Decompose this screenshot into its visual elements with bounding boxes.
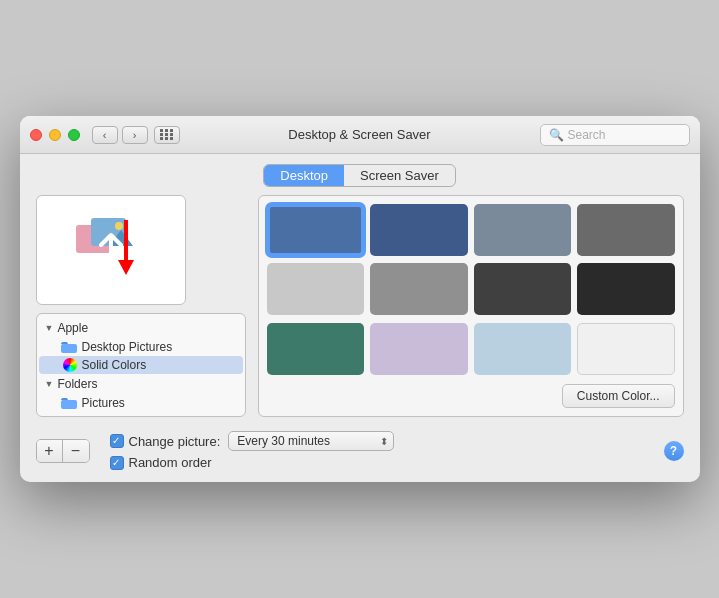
custom-color-button[interactable]: Custom Color... — [562, 384, 675, 408]
color-swatch-3[interactable] — [577, 204, 675, 256]
color-swatch-8[interactable] — [267, 323, 365, 375]
right-panel: Custom Color... — [258, 195, 684, 417]
window-title: Desktop & Screen Saver — [288, 127, 430, 142]
section-folders[interactable]: ▼ Folders — [37, 374, 245, 394]
sidebar-item-solid-colors[interactable]: Solid Colors — [39, 356, 243, 374]
triangle-folders: ▼ — [45, 379, 54, 389]
folder-icon-pictures — [61, 397, 77, 409]
traffic-lights — [30, 129, 80, 141]
minimize-button[interactable] — [49, 129, 61, 141]
color-swatch-2[interactable] — [474, 204, 572, 256]
pictures-label: Pictures — [82, 396, 125, 410]
desktop-pictures-label: Desktop Pictures — [82, 340, 173, 354]
app-grid-button[interactable] — [154, 126, 180, 144]
interval-select-wrap: Every 5 seconds Every 1 minute Every 5 m… — [228, 431, 394, 451]
color-swatch-6[interactable] — [474, 263, 572, 315]
svg-rect-7 — [61, 400, 77, 409]
tab-bar: Desktop Screen Saver — [20, 154, 700, 195]
color-swatch-5[interactable] — [370, 263, 468, 315]
main-panel: ▼ Apple Desktop Pictures — [36, 195, 684, 417]
content-area: ▼ Apple Desktop Pictures — [20, 195, 700, 482]
sidebar-item-pictures[interactable]: Pictures — [37, 394, 245, 412]
color-swatch-11[interactable] — [577, 323, 675, 375]
triangle-apple: ▼ — [45, 323, 54, 333]
left-panel: ▼ Apple Desktop Pictures — [36, 195, 246, 417]
help-button[interactable]: ? — [664, 441, 684, 461]
search-input[interactable] — [568, 128, 681, 142]
section-apple-label: Apple — [57, 321, 88, 335]
maximize-button[interactable] — [68, 129, 80, 141]
svg-marker-5 — [118, 260, 134, 275]
tab-group: Desktop Screen Saver — [263, 164, 455, 187]
search-icon: 🔍 — [549, 128, 564, 142]
bottom-right: Change picture: Every 5 seconds Every 1 … — [90, 431, 664, 470]
svg-rect-6 — [61, 344, 77, 353]
solid-colors-label: Solid Colors — [82, 358, 147, 372]
tab-desktop[interactable]: Desktop — [264, 165, 344, 186]
bottom-bar: + − Change picture: Every 5 seconds Ever… — [36, 427, 684, 470]
sidebar-item-desktop-pictures[interactable]: Desktop Pictures — [37, 338, 245, 356]
svg-point-3 — [115, 222, 123, 230]
tab-screen-saver[interactable]: Screen Saver — [344, 165, 455, 186]
preview-icon — [71, 210, 151, 290]
sidebar-tree: ▼ Apple Desktop Pictures — [36, 313, 246, 417]
forward-button[interactable]: › — [122, 126, 148, 144]
color-swatch-10[interactable] — [474, 323, 572, 375]
add-button[interactable]: + — [37, 440, 63, 462]
color-swatch-1[interactable] — [370, 204, 468, 256]
color-swatch-4[interactable] — [267, 263, 365, 315]
back-button[interactable]: ‹ — [92, 126, 118, 144]
color-wheel-icon — [63, 358, 77, 372]
titlebar: ‹ › Desktop & Screen Saver 🔍 — [20, 116, 700, 154]
random-order-label: Random order — [129, 455, 212, 470]
change-picture-label: Change picture: — [129, 434, 221, 449]
grid-icon — [160, 129, 174, 140]
change-picture-label-wrap: Change picture: — [110, 434, 221, 449]
color-swatch-9[interactable] — [370, 323, 468, 375]
section-folders-label: Folders — [57, 377, 97, 391]
interval-select[interactable]: Every 5 seconds Every 1 minute Every 5 m… — [228, 431, 394, 451]
folder-icon-desktop — [61, 341, 77, 353]
random-order-row: Random order — [110, 455, 664, 470]
close-button[interactable] — [30, 129, 42, 141]
color-grid — [267, 204, 675, 376]
main-window: ‹ › Desktop & Screen Saver 🔍 Desktop Scr… — [20, 116, 700, 482]
section-apple[interactable]: ▼ Apple — [37, 318, 245, 338]
change-picture-checkbox[interactable] — [110, 434, 124, 448]
preview-box — [36, 195, 186, 305]
remove-button[interactable]: − — [63, 440, 89, 462]
color-swatch-0[interactable] — [267, 204, 365, 256]
color-swatch-7[interactable] — [577, 263, 675, 315]
add-remove-buttons: + − — [36, 439, 90, 463]
random-order-label-wrap: Random order — [110, 455, 212, 470]
nav-buttons: ‹ › — [92, 126, 148, 144]
random-order-checkbox[interactable] — [110, 456, 124, 470]
change-picture-row: Change picture: Every 5 seconds Every 1 … — [110, 431, 664, 451]
search-box[interactable]: 🔍 — [540, 124, 690, 146]
